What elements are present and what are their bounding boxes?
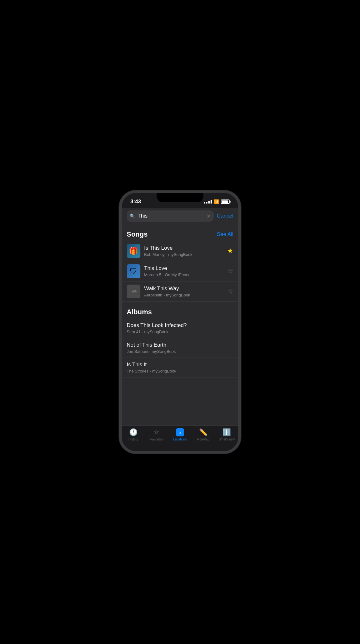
search-bar-container: 🔍 This ✕ Cancel — [122, 208, 238, 224]
cancel-button[interactable]: Cancel — [217, 213, 233, 219]
locations-icon: ♪ — [176, 428, 184, 436]
tab-locations-label: Locations — [173, 438, 187, 441]
album-subtitle: Sum 41 - mySongBook — [127, 329, 233, 334]
song-artwork-walk-this-way: mSB — [127, 285, 140, 298]
tab-notepad[interactable]: ✏️ NotePad — [192, 428, 215, 445]
song-title: Walk This Way — [144, 286, 223, 292]
albums-section-header: Albums — [122, 302, 238, 319]
favorite-star-empty[interactable]: ☆ — [227, 287, 233, 296]
song-info: This Love Maroon 5 - On My iPhone — [144, 265, 223, 277]
favorite-star-empty[interactable]: ☆ — [227, 267, 233, 275]
songs-title: Songs — [127, 230, 148, 238]
album-title: Is This It — [127, 362, 233, 368]
song-subtitle: Aerosmith - mySongBook — [144, 293, 223, 297]
tab-favorites[interactable]: ☆ Favorites — [145, 428, 168, 445]
history-icon: 🕐 — [129, 428, 138, 436]
album-subtitle: Joe Satriani - mySongBook — [127, 349, 233, 354]
song-artwork-this-love: 🛡 — [127, 264, 140, 278]
phone-frame: 3:43 📶 🔍 This ✕ Cancel — [119, 190, 241, 454]
album-row[interactable]: Is This It The Strokes - mySongBook — [122, 358, 238, 377]
song-subtitle: Bob Marley - mySongBook — [144, 252, 223, 257]
search-bar[interactable]: 🔍 This ✕ — [127, 210, 214, 222]
search-input[interactable]: This — [138, 213, 204, 219]
status-icons: 📶 — [204, 199, 230, 204]
song-title: Is This Love — [144, 245, 223, 251]
album-title: Does This Look Infected? — [127, 322, 233, 329]
song-row[interactable]: 🛡 This Love Maroon 5 - On My iPhone ☆ — [122, 261, 238, 281]
songs-section-header: Songs See All — [122, 224, 238, 241]
main-content: 🔍 This ✕ Cancel Songs See All 🎁 Is This … — [122, 208, 238, 451]
song-info: Is This Love Bob Marley - mySongBook — [144, 245, 223, 257]
tab-favorites-label: Favorites — [150, 438, 163, 441]
scroll-area: Songs See All 🎁 Is This Love Bob Marley … — [122, 224, 238, 425]
favorites-icon: ☆ — [153, 428, 160, 436]
notepad-icon: ✏️ — [199, 428, 207, 436]
wifi-icon: 📶 — [214, 199, 219, 204]
album-subtitle: The Strokes - mySongBook — [127, 369, 233, 373]
song-row[interactable]: mSB Walk This Way Aerosmith - mySongBook… — [122, 281, 238, 302]
songs-see-all-button[interactable]: See All — [217, 231, 233, 238]
tab-locations[interactable]: ♪ Locations — [168, 428, 192, 445]
song-subtitle: Maroon 5 - On My iPhone — [144, 272, 223, 277]
signal-dots — [204, 200, 212, 204]
empty-space — [122, 377, 238, 425]
battery-icon — [221, 199, 230, 204]
tab-notepad-label: NotePad — [197, 438, 209, 441]
album-row[interactable]: Not of This Earth Joe Satriani - mySongB… — [122, 338, 238, 358]
album-title: Not of This Earth — [127, 342, 233, 348]
notch — [157, 193, 203, 202]
song-row[interactable]: 🎁 Is This Love Bob Marley - mySongBook ★ — [122, 241, 238, 261]
albums-title: Albums — [127, 308, 152, 316]
tab-whats-new-label: What's new — [219, 438, 235, 441]
song-title: This Love — [144, 265, 223, 272]
tab-history-label: History — [129, 438, 138, 441]
search-clear-button[interactable]: ✕ — [207, 213, 211, 219]
search-icon: 🔍 — [130, 214, 135, 219]
tab-history[interactable]: 🕐 History — [122, 428, 145, 445]
album-row[interactable]: Does This Look Infected? Sum 41 - mySong… — [122, 319, 238, 338]
song-artwork-is-this-love: 🎁 — [127, 244, 140, 258]
tab-bar: 🕐 History ☆ Favorites ♪ Locations ✏️ Not… — [122, 425, 238, 451]
favorite-star-filled[interactable]: ★ — [227, 247, 233, 255]
song-info: Walk This Way Aerosmith - mySongBook — [144, 286, 223, 297]
tab-whats-new[interactable]: ℹ️ What's new — [215, 428, 238, 445]
status-time: 3:43 — [130, 199, 141, 205]
whats-new-icon: ℹ️ — [222, 428, 231, 436]
